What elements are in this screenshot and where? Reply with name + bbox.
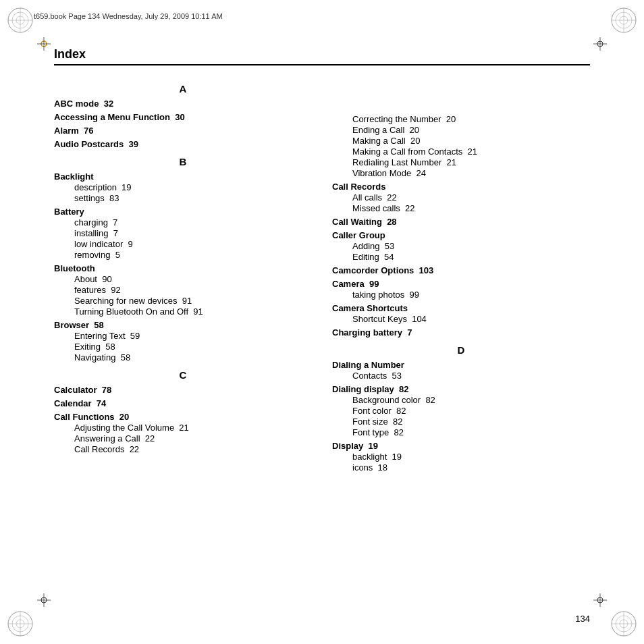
entry-battery-installing: installing 7 xyxy=(54,228,312,238)
crosshair-tl xyxy=(37,37,51,51)
header-text: t659.book Page 134 Wednesday, July 29, 2… xyxy=(34,12,223,20)
corner-decoration-br xyxy=(610,610,637,637)
entry-adjusting-call-volume: Adjusting the Call Volume 21 xyxy=(54,423,312,433)
entry-alarm: Alarm 76 xyxy=(54,126,312,136)
entry-battery: Battery xyxy=(54,207,312,217)
entry-backlight: Backlight xyxy=(54,171,312,182)
entry-camera: Camera 99 xyxy=(332,279,590,289)
entry-answering-call: Answering a Call 22 xyxy=(54,433,312,444)
entry-dialing-display: Dialing display 82 xyxy=(332,384,590,394)
entry-charging-battery: Charging battery 7 xyxy=(332,327,590,338)
index-columns: A ABC mode 32 Accessing a Menu Function … xyxy=(54,76,590,473)
entry-camera-taking-photos: taking photos 99 xyxy=(332,290,590,300)
entry-display-backlight: backlight 19 xyxy=(332,452,590,462)
entry-accessing: Accessing a Menu Function 30 xyxy=(54,112,312,122)
entry-battery-charging: charging 7 xyxy=(54,217,312,227)
crosshair-bl xyxy=(37,593,51,607)
entry-vibration-mode: Vibration Mode 24 xyxy=(332,168,590,178)
crosshair-tr xyxy=(593,37,607,51)
entry-dialing-number: Dialing a Number xyxy=(332,360,590,370)
entry-bluetooth-about: About 90 xyxy=(54,274,312,284)
entry-call-waiting: Call Waiting 28 xyxy=(332,217,590,227)
entry-display: Display 19 xyxy=(332,441,590,451)
entry-call-records: Call Records xyxy=(332,182,590,192)
page-title: Index xyxy=(54,47,590,61)
call-functions-continued: Correcting the Number 20 Ending a Call 2… xyxy=(332,114,590,178)
entry-backlight-description: description 19 xyxy=(54,182,312,192)
entry-correcting-number: Correcting the Number 20 xyxy=(332,114,590,124)
entry-battery-low: low indicator 9 xyxy=(54,239,312,249)
entry-bluetooth-searching: Searching for new devices 91 xyxy=(54,296,312,306)
entry-dialing-contacts: Contacts 53 xyxy=(332,371,590,381)
section-letter-d: D xyxy=(332,344,590,356)
entry-abc-mode: ABC mode 32 xyxy=(54,99,312,109)
section-letter-b: B xyxy=(54,156,312,167)
entry-camcorder-options: Camcorder Options 103 xyxy=(332,265,590,275)
entry-bluetooth-turning: Turning Bluetooth On and Off 91 xyxy=(54,306,312,317)
entry-ending-call: Ending a Call 20 xyxy=(332,125,590,135)
crosshair-br xyxy=(593,593,607,607)
entry-display-icons: icons 18 xyxy=(332,462,590,473)
entry-browser-exiting: Exiting 58 xyxy=(54,342,312,352)
header-bar: t659.book Page 134 Wednesday, July 29, 2… xyxy=(34,12,610,20)
entry-bluetooth-features: features 92 xyxy=(54,285,312,295)
corner-decoration-bl xyxy=(7,610,34,637)
entry-calculator: Calculator 78 xyxy=(54,385,312,395)
entry-browser-navigating: Navigating 58 xyxy=(54,352,312,363)
corner-decoration-tl xyxy=(7,7,34,34)
entry-redialing: Redialing Last Number 21 xyxy=(332,157,590,167)
page: t659.book Page 134 Wednesday, July 29, 2… xyxy=(0,0,644,644)
entry-making-call-contacts: Making a Call from Contacts 21 xyxy=(332,146,590,157)
entry-background-color: Background color 82 xyxy=(332,395,590,405)
entry-audio-postcards: Audio Postcards 39 xyxy=(54,139,312,149)
entry-bluetooth: Bluetooth xyxy=(54,263,312,273)
entry-caller-group: Caller Group xyxy=(332,230,590,240)
entry-shortcut-keys: Shortcut Keys 104 xyxy=(332,314,590,324)
entry-camera-shortcuts: Camera Shortcuts xyxy=(332,303,590,313)
entry-call-records-missed: Missed calls 22 xyxy=(332,203,590,213)
right-column: Correcting the Number 20 Ending a Call 2… xyxy=(332,76,590,473)
entry-font-size: Font size 82 xyxy=(332,417,590,427)
entry-making-call: Making a Call 20 xyxy=(332,136,590,146)
corner-decoration-tr xyxy=(610,7,637,34)
entry-caller-group-adding: Adding 53 xyxy=(332,241,590,251)
entry-font-type: Font type 82 xyxy=(332,427,590,437)
section-letter-a: A xyxy=(54,83,312,95)
entry-calendar: Calendar 74 xyxy=(54,398,312,408)
section-letter-c: C xyxy=(54,369,312,381)
page-number: 134 xyxy=(575,614,590,624)
entry-call-functions: Call Functions 20 xyxy=(54,412,312,422)
left-column: A ABC mode 32 Accessing a Menu Function … xyxy=(54,76,312,473)
title-rule xyxy=(54,64,590,65)
entry-font-color: Font color 82 xyxy=(332,406,590,416)
entry-caller-group-editing: Editing 54 xyxy=(332,252,590,262)
entry-browser-entering: Entering Text 59 xyxy=(54,331,312,341)
entry-battery-removing: removing 5 xyxy=(54,250,312,260)
entry-call-records-all: All calls 22 xyxy=(332,192,590,203)
entry-call-records-sub: Call Records 22 xyxy=(54,444,312,454)
main-content: Index A ABC mode 32 Accessing a Menu Fun… xyxy=(54,47,590,590)
entry-browser: Browser 58 xyxy=(54,320,312,330)
entry-backlight-settings: settings 83 xyxy=(54,193,312,203)
